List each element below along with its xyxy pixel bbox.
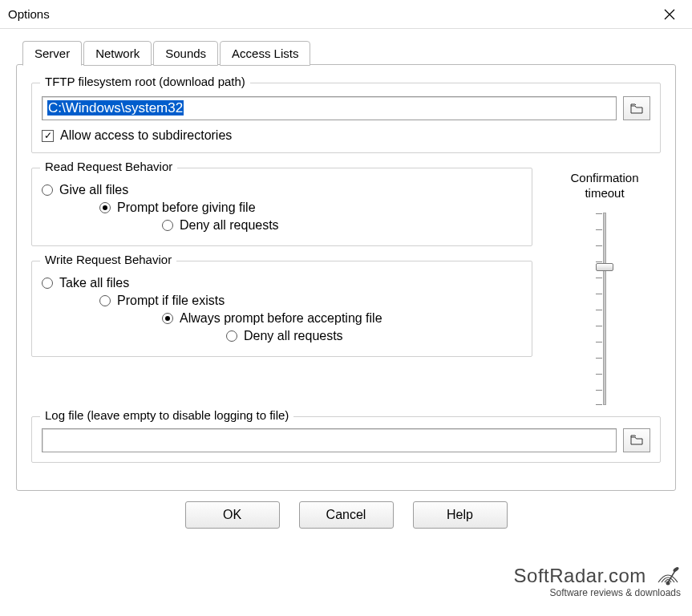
confirmation-timeout-label-1: Confirmation xyxy=(570,171,638,184)
radio-icon xyxy=(99,295,111,306)
tab-label: Server xyxy=(34,47,70,60)
radio-icon xyxy=(42,278,53,289)
write-option-deny[interactable]: Deny all requests xyxy=(226,329,522,343)
logfile-input[interactable] xyxy=(42,428,617,452)
dialog-button-row: OK Cancel Help xyxy=(16,501,676,529)
write-option-always-prompt[interactable]: Always prompt before accepting file xyxy=(162,311,522,326)
tab-network[interactable]: Network xyxy=(83,41,152,66)
group-legend: TFTP filesystem root (download path) xyxy=(40,75,250,88)
radio-icon xyxy=(42,184,53,196)
tab-label: Sounds xyxy=(165,47,206,60)
tab-access-lists[interactable]: Access Lists xyxy=(220,41,310,66)
folder-icon xyxy=(630,103,643,114)
browse-logfile-button[interactable] xyxy=(623,428,650,452)
group-fsroot: TFTP filesystem root (download path) C:\… xyxy=(31,83,661,153)
allow-subdirs-label: Allow access to subdirectories xyxy=(60,128,232,143)
group-write-behavior: Write Request Behavior Take all files Pr… xyxy=(31,261,532,357)
radio-icon xyxy=(226,330,237,342)
watermark: SoftRadar.com Software reviews & downloa… xyxy=(514,565,681,598)
group-legend: Write Request Behavior xyxy=(40,253,176,266)
tab-label: Access Lists xyxy=(232,47,298,60)
slider-thumb[interactable] xyxy=(596,263,613,271)
radio-icon xyxy=(99,202,111,213)
write-option-prompt-exists[interactable]: Prompt if file exists xyxy=(99,294,522,308)
help-button[interactable]: Help xyxy=(413,501,508,529)
group-legend: Log file (leave empty to disable logging… xyxy=(40,408,293,422)
radio-icon xyxy=(162,313,173,324)
watermark-brand: SoftRadar.com xyxy=(514,565,646,586)
radio-label: Give all files xyxy=(59,183,128,197)
tab-sounds[interactable]: Sounds xyxy=(153,41,218,66)
radio-label: Prompt before giving file xyxy=(117,201,256,215)
radar-icon xyxy=(655,565,681,587)
fsroot-path-value: C:\Windows\system32 xyxy=(47,100,184,116)
group-legend: Read Request Behavior xyxy=(40,160,177,173)
radio-label: Deny all requests xyxy=(180,218,279,233)
close-button[interactable] xyxy=(654,2,686,26)
browse-fsroot-button[interactable] xyxy=(623,96,650,120)
radio-label: Always prompt before accepting file xyxy=(180,311,382,326)
close-icon xyxy=(664,9,675,20)
confirmation-timeout-panel: Confirmation timeout xyxy=(548,168,661,413)
folder-icon xyxy=(630,435,643,445)
svg-point-0 xyxy=(673,566,680,573)
radio-label: Take all files xyxy=(59,276,129,290)
read-option-prompt[interactable]: Prompt before giving file xyxy=(99,201,522,215)
write-option-take-all[interactable]: Take all files xyxy=(42,276,522,290)
window-title: Options xyxy=(8,7,50,21)
tabstrip: Server Network Sounds Access Lists xyxy=(22,40,676,65)
radio-label: Deny all requests xyxy=(244,329,343,343)
confirmation-timeout-label-2: timeout xyxy=(585,186,624,200)
svg-point-1 xyxy=(666,582,670,586)
read-option-give-all[interactable]: Give all files xyxy=(42,183,522,197)
group-read-behavior: Read Request Behavior Give all files Pro… xyxy=(31,168,532,246)
tab-panel-server: TFTP filesystem root (download path) C:\… xyxy=(16,64,676,491)
confirmation-timeout-slider[interactable] xyxy=(603,213,606,405)
tab-label: Network xyxy=(95,47,140,60)
titlebar: Options xyxy=(0,0,692,29)
cancel-button[interactable]: Cancel xyxy=(299,501,394,529)
radio-icon xyxy=(162,220,173,231)
tab-server[interactable]: Server xyxy=(22,41,82,66)
fsroot-path-input[interactable]: C:\Windows\system32 xyxy=(42,96,617,120)
read-option-deny[interactable]: Deny all requests xyxy=(162,218,522,233)
radio-label: Prompt if file exists xyxy=(117,294,225,308)
allow-subdirs-checkbox[interactable]: ✓ xyxy=(42,130,54,142)
ok-button[interactable]: OK xyxy=(185,501,280,529)
group-logfile: Log file (leave empty to disable logging… xyxy=(31,416,661,463)
watermark-tagline: Software reviews & downloads xyxy=(514,587,681,598)
